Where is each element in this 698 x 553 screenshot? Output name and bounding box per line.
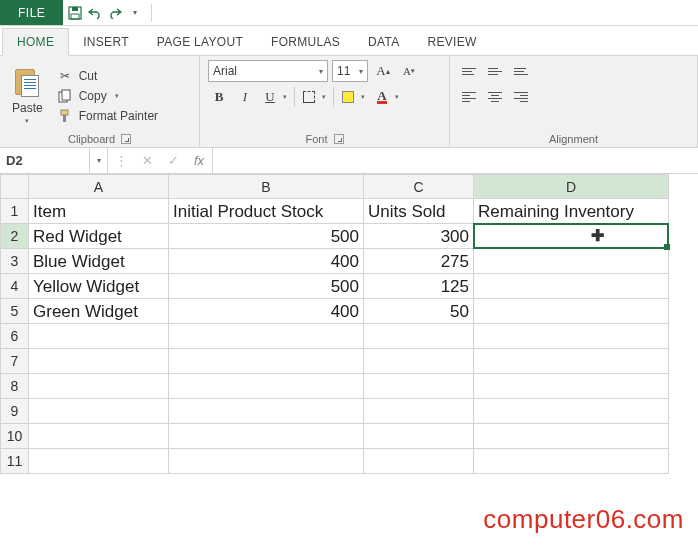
cell-D8[interactable] [474, 374, 669, 399]
row-header-3[interactable]: 3 [1, 249, 29, 274]
cell-C5[interactable]: 50 [364, 299, 474, 324]
column-header-D[interactable]: D [474, 175, 669, 199]
cell-C9[interactable] [364, 399, 474, 424]
cut-button[interactable]: ✂ Cut [53, 67, 162, 85]
cell-A8[interactable] [29, 374, 169, 399]
cell-D9[interactable] [474, 399, 669, 424]
tab-data[interactable]: DATA [354, 29, 413, 55]
align-middle-button[interactable] [484, 60, 506, 82]
save-icon[interactable] [67, 5, 83, 21]
borders-button[interactable] [299, 86, 329, 108]
cell-A6[interactable] [29, 324, 169, 349]
cell-C4[interactable]: 125 [364, 274, 474, 299]
cell-B1[interactable]: Initial Product Stock [169, 199, 364, 224]
cell-C11[interactable] [364, 449, 474, 474]
increase-font-button[interactable]: A▴ [372, 60, 394, 82]
file-tab[interactable]: FILE [0, 0, 63, 25]
column-header-A[interactable]: A [29, 175, 169, 199]
cell-C6[interactable] [364, 324, 474, 349]
fill-color-button[interactable] [338, 86, 368, 108]
cell-B6[interactable] [169, 324, 364, 349]
align-bottom-button[interactable] [510, 60, 532, 82]
tab-home[interactable]: HOME [2, 28, 69, 56]
decrease-font-button[interactable]: A▾ [398, 60, 420, 82]
cell-B2[interactable]: 500 [169, 224, 364, 249]
cell-B8[interactable] [169, 374, 364, 399]
cell-B5[interactable]: 400 [169, 299, 364, 324]
cell-D2[interactable] [474, 224, 669, 249]
align-top-button[interactable] [458, 60, 480, 82]
clipboard-dialog-launcher[interactable] [121, 134, 131, 144]
cell-B10[interactable] [169, 424, 364, 449]
cell-C8[interactable] [364, 374, 474, 399]
tab-insert[interactable]: INSERT [69, 29, 143, 55]
column-header-C[interactable]: C [364, 175, 474, 199]
cell-A2[interactable]: Red Widget [29, 224, 169, 249]
cell-B7[interactable] [169, 349, 364, 374]
cell-A9[interactable] [29, 399, 169, 424]
formula-input[interactable] [213, 148, 698, 173]
row-header-8[interactable]: 8 [1, 374, 29, 399]
customize-qat-icon[interactable]: ▾ [127, 5, 143, 21]
font-dialog-launcher[interactable] [334, 134, 344, 144]
cell-A7[interactable] [29, 349, 169, 374]
row-header-11[interactable]: 11 [1, 449, 29, 474]
paste-button[interactable]: Paste ▾ [8, 60, 47, 131]
cell-A1[interactable]: Item [29, 199, 169, 224]
cell-C3[interactable]: 275 [364, 249, 474, 274]
font-size-combo[interactable]: 11 ▾ [332, 60, 368, 82]
align-center-button[interactable] [484, 86, 506, 108]
cell-D3[interactable] [474, 249, 669, 274]
cell-D11[interactable] [474, 449, 669, 474]
row-header-1[interactable]: 1 [1, 199, 29, 224]
cell-D6[interactable] [474, 324, 669, 349]
enter-formula-button[interactable]: ✓ [160, 148, 186, 173]
name-box-dropdown[interactable]: ▾ [90, 148, 108, 173]
row-header-2[interactable]: 2 [1, 224, 29, 249]
font-color-button[interactable]: A [372, 86, 402, 108]
cell-B4[interactable]: 500 [169, 274, 364, 299]
underline-button[interactable]: U [260, 86, 290, 108]
format-painter-button[interactable]: Format Painter [53, 107, 162, 125]
cell-A3[interactable]: Blue Widget [29, 249, 169, 274]
select-all-corner[interactable] [1, 175, 29, 199]
cell-A11[interactable] [29, 449, 169, 474]
cell-B9[interactable] [169, 399, 364, 424]
italic-button[interactable]: I [234, 86, 256, 108]
row-header-10[interactable]: 10 [1, 424, 29, 449]
cell-C1[interactable]: Units Sold [364, 199, 474, 224]
undo-icon[interactable] [87, 5, 103, 21]
cell-B11[interactable] [169, 449, 364, 474]
tab-review[interactable]: REVIEW [414, 29, 491, 55]
cell-D5[interactable] [474, 299, 669, 324]
row-header-5[interactable]: 5 [1, 299, 29, 324]
row-header-7[interactable]: 7 [1, 349, 29, 374]
cell-B3[interactable]: 400 [169, 249, 364, 274]
row-header-6[interactable]: 6 [1, 324, 29, 349]
cell-A5[interactable]: Green Widget [29, 299, 169, 324]
tab-formulas[interactable]: FORMULAS [257, 29, 354, 55]
name-box[interactable]: D2 [0, 148, 90, 173]
cell-D7[interactable] [474, 349, 669, 374]
tab-page-layout[interactable]: PAGE LAYOUT [143, 29, 257, 55]
cell-C7[interactable] [364, 349, 474, 374]
cancel-formula-button[interactable]: ✕ [134, 148, 160, 173]
spreadsheet-grid[interactable]: ABCD1ItemInitial Product StockUnits Sold… [0, 174, 698, 474]
cell-C10[interactable] [364, 424, 474, 449]
align-right-button[interactable] [510, 86, 532, 108]
cell-A10[interactable] [29, 424, 169, 449]
cell-D4[interactable] [474, 274, 669, 299]
bold-button[interactable]: B [208, 86, 230, 108]
align-left-button[interactable] [458, 86, 480, 108]
font-name-combo[interactable]: Arial ▾ [208, 60, 328, 82]
row-header-4[interactable]: 4 [1, 274, 29, 299]
cell-D10[interactable] [474, 424, 669, 449]
cell-C2[interactable]: 300 [364, 224, 474, 249]
column-header-B[interactable]: B [169, 175, 364, 199]
cell-A4[interactable]: Yellow Widget [29, 274, 169, 299]
row-header-9[interactable]: 9 [1, 399, 29, 424]
redo-icon[interactable] [107, 5, 123, 21]
insert-function-button[interactable]: fx [186, 148, 212, 173]
cell-D1[interactable]: Remaining Inventory [474, 199, 669, 224]
copy-button[interactable]: Copy ▾ [53, 87, 162, 105]
